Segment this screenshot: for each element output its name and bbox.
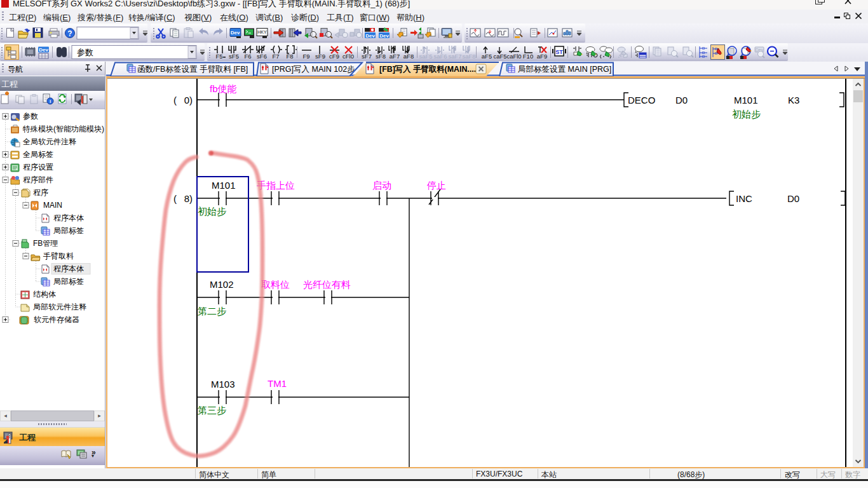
svg-text:程序本体: 程序本体 [53,264,84,273]
svg-text:特殊模块(智能功能模块): 特殊模块(智能功能模块) [22,125,104,133]
svg-text:D0: D0 [675,95,688,105]
svg-text:F6: F6 [244,53,251,60]
svg-text:aF9: aF9 [537,53,547,60]
svg-text:aF7: aF7 [390,53,400,60]
svg-text:MAIN: MAIN [43,201,62,210]
svg-text:局部标签: 局部标签 [53,277,84,286]
svg-text:HKY: HKY [257,30,267,34]
svg-text:程序部件: 程序部件 [23,175,53,184]
svg-text:TM1: TM1 [268,378,287,389]
svg-text:aF5: aF5 [482,53,492,60]
svg-text:启动: 启动 [372,180,391,191]
svg-text:[PRG]写入 MAIN 102步: [PRG]写入 MAIN 102步 [272,65,355,74]
svg-text:saF7: saF7 [448,53,461,60]
svg-text:M102: M102 [210,279,234,290]
svg-text:DECO: DECO [628,95,655,105]
svg-text:(: ( [173,95,177,105]
svg-text:Dev: Dev [39,47,48,53]
svg-text:第二步: 第二步 [198,306,226,316]
svg-text:Dev: Dev [231,30,240,36]
svg-text:D0: D0 [787,193,799,204]
svg-text:sF7: sF7 [362,53,372,60]
svg-text:0): 0) [184,95,193,105]
svg-text:程序: 程序 [33,188,48,197]
svg-text:F7: F7 [272,53,279,60]
svg-text:sF5: sF5 [229,53,239,60]
svg-text:参数: 参数 [23,112,38,121]
svg-text:saF5: saF5 [419,53,432,60]
svg-text:F8: F8 [286,53,293,60]
svg-text:程序本体: 程序本体 [53,214,84,222]
svg-text:i: i [50,98,51,104]
svg-text:全局软元件注释: 全局软元件注释 [23,137,76,146]
svg-text:(: ( [173,193,177,204]
svg-text:sF8: sF8 [376,53,386,60]
svg-text:函数/FB标签设置 手臂取料 [FB]: 函数/FB标签设置 手臂取料 [FB] [137,65,248,74]
svg-text:?: ? [67,29,72,38]
svg-text:全局标签: 全局标签 [23,150,53,159]
svg-text:局部标签设置 MAIN [PRG]: 局部标签设置 MAIN [PRG] [518,65,611,74]
svg-text:软元件存储器: 软元件存储器 [34,315,79,324]
svg-text:光纤位有料: 光纤位有料 [303,279,351,290]
svg-text:M103: M103 [211,379,235,390]
svg-text:sF9: sF9 [315,53,325,60]
svg-text:aF8: aF8 [403,53,414,60]
svg-text:程序设置: 程序设置 [23,163,53,172]
svg-text:停止: 停止 [426,180,446,191]
svg-text:Dev: Dev [365,33,375,39]
svg-text:初始步: 初始步 [732,109,761,119]
svg-text:cF9: cF9 [329,53,339,60]
svg-text:cFl0: cFl0 [342,53,354,60]
svg-text:FB管理: FB管理 [33,239,58,248]
svg-text:局部标签: 局部标签 [53,226,84,235]
svg-text:[FB]写入 手臂取料(MAIN....: [FB]写入 手臂取料(MAIN.... [379,64,476,74]
svg-text:ST: ST [555,49,563,55]
svg-text:M101: M101 [212,180,236,191]
svg-text:初始步: 初始步 [198,206,226,217]
svg-text:手臂取料: 手臂取料 [43,252,74,261]
svg-text:saF8: saF8 [462,53,475,60]
svg-text:F10: F10 [523,53,533,60]
svg-text:caF5: caF5 [493,53,506,60]
svg-text:fb使能: fb使能 [210,83,237,94]
svg-text:结构体: 结构体 [33,290,56,299]
svg-text:取料位: 取料位 [261,279,290,290]
svg-text:F9: F9 [302,53,309,60]
svg-text:Dev: Dev [379,33,389,39]
svg-text:sF6: sF6 [257,53,267,60]
svg-text:K3: K3 [788,95,799,105]
svg-text:INC: INC [736,193,752,204]
svg-text:F5: F5 [215,53,222,60]
svg-text:局部软元件注释: 局部软元件注释 [33,302,86,311]
svg-text:saF6: saF6 [433,53,447,60]
svg-text:参数: 参数 [77,48,93,57]
svg-text:第三步: 第三步 [198,405,226,416]
svg-text:8): 8) [184,193,193,204]
svg-text:M101: M101 [734,95,758,105]
svg-text:caFl0: caFl0 [506,53,521,60]
